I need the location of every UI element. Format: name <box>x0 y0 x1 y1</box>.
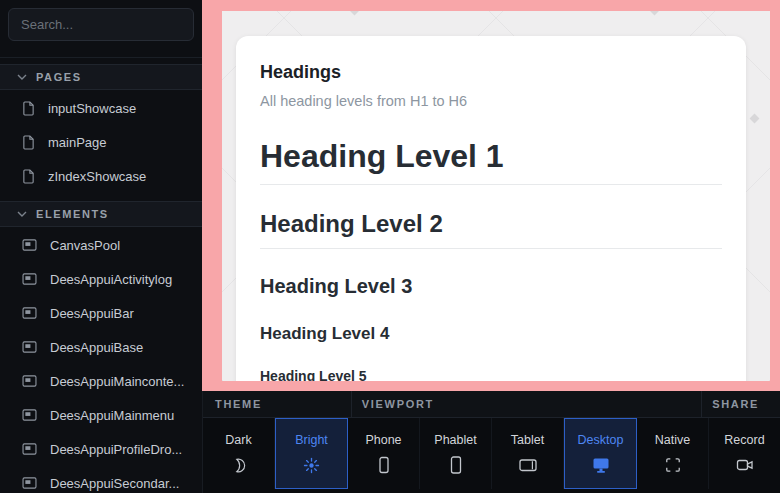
sidebar-page-item[interactable]: inputShowcase <box>0 91 202 125</box>
moon-icon <box>231 456 247 474</box>
button-label: Record <box>724 433 764 447</box>
viewport-tablet-button[interactable]: Tablet <box>492 418 564 489</box>
canvas-viewport[interactable]: Headings All heading levels from H1 to H… <box>222 11 770 381</box>
button-label: Bright <box>295 433 328 447</box>
card-subtitle: All heading levels from H1 to H6 <box>260 93 722 110</box>
component-icon <box>22 273 37 285</box>
sidebar-element-item[interactable]: DeesAppuiBar <box>0 296 202 330</box>
component-icon <box>22 477 37 489</box>
divider <box>260 248 722 249</box>
sidebar-page-item[interactable]: mainPage <box>0 125 202 159</box>
heading-level-2: Heading Level 2 <box>260 210 722 239</box>
toolbar-header: THEME VIEWPORT SHARE <box>203 391 780 418</box>
page-item-label: inputShowcase <box>48 101 136 116</box>
section-label: PAGES <box>36 71 82 83</box>
component-icon <box>22 375 37 387</box>
file-icon <box>22 101 35 116</box>
main-area: Headings All heading levels from H1 to H… <box>202 0 780 493</box>
element-item-label: CanvasPool <box>50 238 120 253</box>
sidebar-element-item[interactable]: DeesAppuiSecondar... <box>0 466 202 493</box>
chevron-down-icon <box>17 211 27 217</box>
phone-icon <box>375 456 393 474</box>
component-icon <box>22 443 37 455</box>
sun-icon <box>303 456 320 474</box>
element-item-label: DeesAppuiSecondar... <box>50 476 179 491</box>
sidebar-element-item[interactable]: DeesAppuiProfileDro... <box>0 432 202 466</box>
desktop-icon <box>592 456 610 474</box>
canvas-pattern-dot <box>350 11 360 15</box>
viewport-desktop-button[interactable]: Desktop <box>564 418 637 489</box>
toolbar-section-theme-label: THEME <box>203 391 352 417</box>
search-box <box>0 0 202 49</box>
divider <box>260 184 722 185</box>
sidebar-section-elements[interactable]: ELEMENTS <box>0 201 202 227</box>
sidebar-element-item[interactable]: CanvasPool <box>0 228 202 262</box>
button-label: Phone <box>365 433 401 447</box>
element-item-label: DeesAppuiBase <box>50 340 143 355</box>
heading-level-5: Heading Level 5 <box>260 368 722 381</box>
sidebar: PAGES inputShowcase mainPage zIndexShowc… <box>0 0 202 493</box>
viewport-native-button[interactable]: Native <box>637 418 709 489</box>
toolbar-section-share-label: SHARE <box>702 391 780 417</box>
theme-bright-button[interactable]: Bright <box>275 418 348 489</box>
native-fullscreen-icon <box>665 456 681 474</box>
heading-level-4: Heading Level 4 <box>260 324 722 344</box>
element-item-label: DeesAppuiMainmenu <box>50 408 174 423</box>
component-icon <box>22 409 37 421</box>
button-label: Desktop <box>578 433 624 447</box>
toolbar-section-viewport-label: VIEWPORT <box>352 391 702 417</box>
page-item-label: zIndexShowcase <box>48 169 146 184</box>
chevron-down-icon <box>17 74 27 80</box>
element-item-label: DeesAppuiMainconte... <box>50 374 184 389</box>
component-icon <box>22 341 37 353</box>
viewport-phone-button[interactable]: Phone <box>348 418 420 489</box>
headings-demo-card: Headings All heading levels from H1 to H… <box>236 36 746 381</box>
sidebar-element-item[interactable]: DeesAppuiActivitylog <box>0 262 202 296</box>
button-label: Dark <box>225 433 251 447</box>
record-video-icon <box>736 456 754 474</box>
canvas-pattern-dot <box>750 114 760 124</box>
file-icon <box>22 169 35 184</box>
section-label: ELEMENTS <box>36 208 109 220</box>
toolbar-buttons: Dark Bright <box>203 418 780 489</box>
heading-level-1: Heading Level 1 <box>260 138 722 175</box>
button-label: Phablet <box>434 433 476 447</box>
sidebar-page-item[interactable]: zIndexShowcase <box>0 159 202 193</box>
phablet-icon <box>447 456 465 474</box>
heading-level-3: Heading Level 3 <box>260 274 722 298</box>
page-item-label: mainPage <box>48 135 107 150</box>
file-icon <box>22 135 35 150</box>
element-item-label: DeesAppuiBar <box>50 306 134 321</box>
sidebar-section-pages[interactable]: PAGES <box>0 64 202 90</box>
divider <box>0 57 202 58</box>
element-item-label: DeesAppuiActivitylog <box>50 272 172 287</box>
canvas-pattern-dot <box>650 11 660 15</box>
sidebar-element-item[interactable]: DeesAppuiBase <box>0 330 202 364</box>
button-label: Native <box>655 433 690 447</box>
card-title: Headings <box>260 62 722 84</box>
bottom-toolbar: THEME VIEWPORT SHARE Dark Bright <box>202 391 780 493</box>
viewport-phablet-button[interactable]: Phablet <box>420 418 492 489</box>
component-icon <box>22 307 37 319</box>
element-item-label: DeesAppuiProfileDro... <box>50 442 182 457</box>
share-record-button[interactable]: Record <box>709 418 780 489</box>
sidebar-element-item[interactable]: DeesAppuiMainmenu <box>0 398 202 432</box>
component-icon <box>22 239 37 251</box>
canvas-frame: Headings All heading levels from H1 to H… <box>202 0 780 391</box>
sidebar-element-item[interactable]: DeesAppuiMainconte... <box>0 364 202 398</box>
search-input[interactable] <box>8 8 194 41</box>
tablet-icon <box>519 456 537 474</box>
theme-dark-button[interactable]: Dark <box>203 418 275 489</box>
button-label: Tablet <box>511 433 544 447</box>
